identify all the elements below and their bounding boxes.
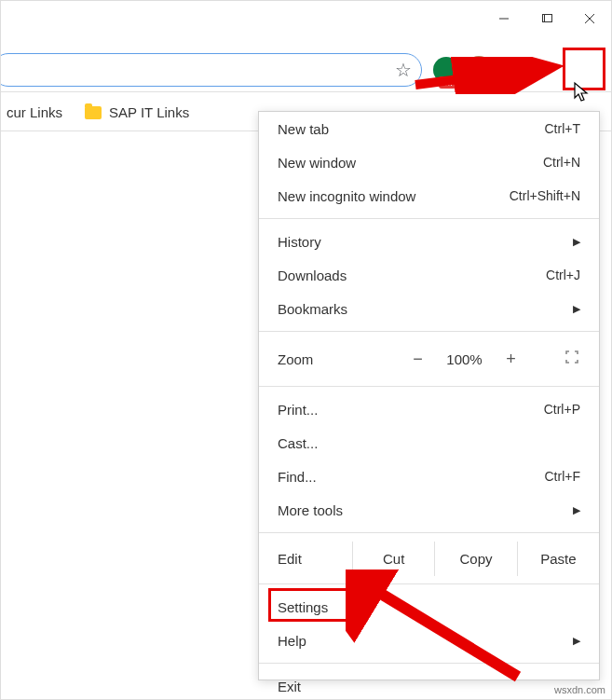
- menu-item-new-incognito[interactable]: New incognito window Ctrl+Shift+N: [259, 179, 599, 213]
- menu-separator: [259, 218, 599, 219]
- fullscreen-button[interactable]: [558, 350, 586, 368]
- menu-separator: [259, 386, 599, 387]
- menu-label: Downloads: [278, 268, 546, 283]
- menu-label: Help: [278, 633, 573, 649]
- extension-off-badge: off: [439, 76, 456, 89]
- menu-item-downloads[interactable]: Downloads Ctrl+J: [259, 258, 599, 292]
- menu-shortcut: Ctrl+T: [545, 121, 581, 136]
- menu-shortcut: Ctrl+F: [545, 469, 581, 484]
- zoom-in-button[interactable]: +: [493, 350, 530, 369]
- maximize-button[interactable]: [525, 1, 568, 36]
- zoom-value: 100%: [437, 351, 493, 367]
- zoom-out-button[interactable]: −: [400, 350, 437, 369]
- menu-item-zoom: Zoom − 100% +: [259, 337, 599, 380]
- menu-label: Edit: [278, 551, 352, 567]
- submenu-arrow-icon: ▶: [573, 635, 580, 647]
- paste-button[interactable]: Paste: [517, 542, 599, 576]
- edit-actions: Cut Copy Paste: [352, 542, 599, 576]
- menu-item-help[interactable]: Help ▶: [259, 624, 599, 657]
- menu-label: Exit: [278, 679, 580, 694]
- menu-label: Bookmarks: [278, 301, 573, 317]
- menu-shortcut: Ctrl+N: [543, 155, 580, 170]
- submenu-arrow-icon: ▶: [573, 504, 580, 516]
- menu-label: Find...: [278, 469, 545, 485]
- menu-label: New tab: [278, 121, 545, 137]
- bookmark-star-icon[interactable]: ☆: [395, 59, 412, 81]
- minimize-button[interactable]: [483, 1, 525, 36]
- bookmark-item[interactable]: cur Links: [7, 104, 74, 120]
- menu-item-new-window[interactable]: New window Ctrl+N: [259, 145, 599, 179]
- menu-label: Zoom: [278, 351, 371, 367]
- toolbar-row: ☆ off: [1, 48, 611, 92]
- menu-label: New incognito window: [278, 188, 510, 204]
- menu-item-bookmarks[interactable]: Bookmarks ▶: [259, 292, 599, 325]
- menu-label: Settings: [278, 599, 580, 615]
- menu-separator: [259, 663, 599, 664]
- zoom-controls: − 100% +: [371, 350, 558, 369]
- menu-item-exit[interactable]: Exit: [259, 669, 599, 700]
- menu-item-history[interactable]: History ▶: [259, 225, 599, 258]
- menu-label: More tools: [278, 502, 573, 518]
- menu-item-new-tab[interactable]: New tab Ctrl+T: [259, 112, 599, 145]
- address-bar[interactable]: ☆: [0, 53, 422, 87]
- menu-separator: [259, 532, 599, 533]
- menu-label: New window: [278, 155, 543, 171]
- bookmark-label: cur Links: [7, 104, 62, 120]
- menu-shortcut: Ctrl+P: [544, 402, 580, 417]
- menu-item-find[interactable]: Find... Ctrl+F: [259, 460, 599, 493]
- submenu-arrow-icon: ▶: [573, 236, 580, 248]
- window-controls: [483, 1, 611, 36]
- menu-item-settings[interactable]: Settings: [259, 590, 599, 624]
- submenu-arrow-icon: ▶: [573, 303, 580, 315]
- cut-button[interactable]: Cut: [352, 542, 434, 576]
- profile-avatar[interactable]: [465, 56, 493, 84]
- svg-rect-2: [545, 15, 552, 22]
- menu-separator: [259, 583, 599, 584]
- menu-shortcut: Ctrl+J: [546, 268, 580, 282]
- menu-separator: [259, 331, 599, 332]
- folder-icon: [85, 106, 102, 119]
- chrome-menu-button[interactable]: [498, 52, 534, 88]
- toolbar-icons: off: [433, 52, 534, 88]
- menu-item-print[interactable]: Print... Ctrl+P: [259, 392, 599, 426]
- menu-label: Cast...: [278, 435, 580, 451]
- menu-item-cast[interactable]: Cast...: [259, 426, 599, 460]
- menu-shortcut: Ctrl+Shift+N: [510, 188, 580, 203]
- menu-item-more-tools[interactable]: More tools ▶: [259, 493, 599, 527]
- close-button[interactable]: [568, 1, 611, 36]
- extension-icon[interactable]: off: [433, 57, 459, 83]
- menu-label: History: [278, 234, 573, 250]
- menu-label: Print...: [278, 402, 544, 418]
- chrome-menu-dropdown: New tab Ctrl+T New window Ctrl+N New inc…: [258, 111, 600, 680]
- bookmark-label: SAP IT Links: [109, 104, 189, 120]
- menu-item-edit: Edit Cut Copy Paste: [259, 539, 599, 578]
- bookmark-item[interactable]: SAP IT Links: [74, 104, 200, 120]
- copy-button[interactable]: Copy: [434, 542, 516, 576]
